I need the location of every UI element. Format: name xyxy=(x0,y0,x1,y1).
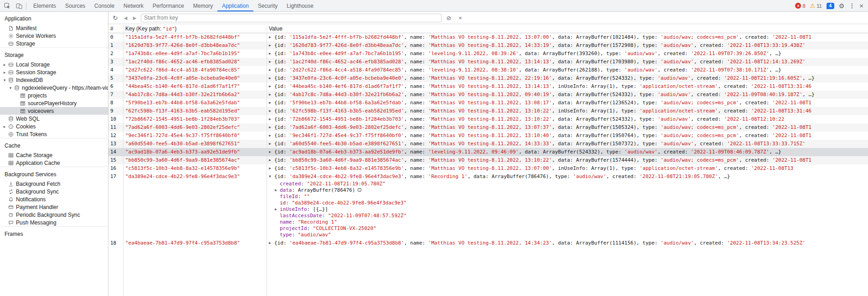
object-property-name[interactable]: name: "Recording 1" xyxy=(275,219,866,225)
table-row-10[interactable]: 10"72b86672-1545-4951-be8b-1f284eb3b703"… xyxy=(108,115,868,123)
chevron-right-icon[interactable]: ▸ xyxy=(2,62,7,67)
table-row-17[interactable]: 17"da389e24-cdce-4b22-9fe8-96e4f3dac9e3"… xyxy=(108,173,868,239)
table-row-5[interactable]: 5"3437e0fa-23c6-4c0f-a05e-bcbeba9e40e0"▶… xyxy=(108,74,868,82)
expand-triangle-icon[interactable]: ▶ xyxy=(269,123,274,132)
chevron-right-icon[interactable]: ▸ xyxy=(2,70,7,75)
table-row-13[interactable]: 13"a60d5540-fee5-4b30-b5ad-e3898f627651"… xyxy=(108,140,868,148)
chevron-right-icon[interactable]: ▸ xyxy=(2,124,7,129)
warning-badge[interactable]: ⚠ 11 xyxy=(810,3,822,9)
expand-triangle-icon[interactable]: ▶ xyxy=(269,140,274,148)
tab-console[interactable]: Console xyxy=(90,0,119,11)
sidebar-item-ngdexielievequery-https-team-vidieditor-vi[interactable]: ▾ngdexielieveQuery - https://team-vidied… xyxy=(0,84,108,92)
sidebar-item-cookies[interactable]: ▸Cookies xyxy=(0,122,108,130)
table-row-11[interactable]: 11"7ad62a6f-6003-4dd6-9e03-2802ef25defc"… xyxy=(108,123,868,132)
table-row-9[interactable]: 9"62fc598b-f13f-4163-b3b5-eab582d195ed"▶… xyxy=(108,107,868,115)
table-row-18[interactable]: 18"ea4baeae-7b81-47d9-97f4-c95a3753d8b8"… xyxy=(108,239,868,247)
sidebar-item-background-sync[interactable]: Background Sync xyxy=(0,188,108,195)
expand-triangle-icon[interactable]: ▶ xyxy=(269,50,274,58)
table-row-6[interactable]: 6"44bea45c-b140-4ef6-817d-d1ad6f7af1f7"▶… xyxy=(108,82,868,91)
settings-gear-icon[interactable]: ⚙ xyxy=(839,2,845,10)
issues-badge[interactable]: 4 xyxy=(827,3,834,9)
expand-triangle-icon[interactable]: ▶ xyxy=(269,82,274,91)
table-row-3[interactable]: 3"1ac2f40d-f86c-4652-ac46-efb8385ad028"▶… xyxy=(108,58,868,66)
device-toolbar-icon[interactable] xyxy=(13,0,25,11)
sidebar-item-background-fetch[interactable]: Background Fetch xyxy=(0,180,108,188)
table-row-0[interactable]: 0"115a1dfa-5e2f-4fff-bf7b-b2682fd448bf"▶… xyxy=(108,33,868,41)
expand-triangle-icon[interactable]: ▶ xyxy=(269,132,274,140)
tab-lighthouse[interactable]: Lighthouse xyxy=(282,0,318,11)
property-name: name xyxy=(410,149,422,155)
expand-triangle-icon[interactable]: ▶ xyxy=(269,91,274,99)
tab-sources[interactable]: Sources xyxy=(61,0,90,11)
sidebar-item-manifest[interactable]: Manifest xyxy=(0,24,108,32)
sidebar-item-application-cache[interactable]: Application Cache xyxy=(0,159,108,167)
tab-network[interactable]: Network xyxy=(119,0,148,11)
tab-performance[interactable]: Performance xyxy=(148,0,189,11)
inspect-element-icon[interactable] xyxy=(1,0,13,11)
delete-selected-icon[interactable]: × xyxy=(456,15,464,21)
clear-object-store-icon[interactable]: ⊘ xyxy=(445,15,453,21)
expand-triangle-icon[interactable]: ▶ xyxy=(269,33,274,41)
tab-application[interactable]: Application xyxy=(217,0,253,11)
object-property-inuseinfo[interactable]: ▶inUseInfo: [{…}] xyxy=(275,206,866,213)
collapse-triangle-icon[interactable]: ▼ xyxy=(269,173,274,181)
table-row-16[interactable]: 16"c5813f5c-10b3-4eb8-8a32-e14578356e9b"… xyxy=(108,164,868,173)
object-property-data[interactable]: ▶data: ArrayBuffer(786476) xyxy=(275,187,866,194)
sidebar-item-session-storage[interactable]: ▸Session Storage xyxy=(0,68,108,76)
table-row-8[interactable]: 8"5f90be13-eb7b-44b8-bf58-6a3a62e5fdab"▶… xyxy=(108,99,868,107)
sidebar-item-service-workers[interactable]: Service Workers xyxy=(0,32,108,40)
expand-triangle-icon[interactable]: ▶ xyxy=(269,74,274,82)
sidebar-item-payment-handler[interactable]: Payment Handler xyxy=(0,203,108,211)
tab-security[interactable]: Security xyxy=(253,0,282,11)
expand-triangle-icon[interactable]: ▶ xyxy=(269,99,274,107)
expand-triangle-icon[interactable]: ▶ xyxy=(269,239,274,247)
object-property-type[interactable]: type: "audio/wav" xyxy=(275,232,866,238)
object-property-projectid[interactable]: projectId: "COLLECTION-VX-25020" xyxy=(275,225,866,232)
expand-triangle-icon[interactable]: ▶ xyxy=(269,148,274,156)
sidebar-item-notifications[interactable]: Notifications xyxy=(0,195,108,203)
sidebar-item-storage[interactable]: Storage xyxy=(0,40,108,47)
sidebar-item-trust-tokens[interactable]: Trust Tokens xyxy=(0,130,108,138)
table-row-1[interactable]: 1"1620d783-9f77-426d-8e0f-d3bb48eaa7dc"▶… xyxy=(108,41,868,50)
prev-page-icon[interactable]: ◀ xyxy=(123,15,128,20)
sidebar-item-local-storage[interactable]: ▸Local Storage xyxy=(0,61,108,68)
table-row-12[interactable]: 12"9ec346f1-727d-45e4-9c37-f75ff8640bf0"… xyxy=(108,132,868,140)
table-row-7[interactable]: 7"4ab17c8c-7d8a-44d3-b30f-32e21fb6b6a2"▶… xyxy=(108,91,868,99)
table-row-15[interactable]: 15"bb850c99-3a60-4d6f-9aa9-881e385674ac"… xyxy=(108,156,868,164)
next-page-icon[interactable]: ▶ xyxy=(132,15,138,20)
expand-triangle-icon[interactable]: ▶ xyxy=(275,187,280,194)
close-devtools-icon[interactable]: × xyxy=(859,2,863,10)
expand-triangle-icon[interactable]: ▶ xyxy=(269,58,274,66)
tab-elements[interactable]: Elements xyxy=(29,0,61,11)
memory-inspector-icon[interactable] xyxy=(357,188,362,192)
object-property-id[interactable]: id: "da389e24-cdce-4b22-9fe8-96e4f3dac9e… xyxy=(275,200,866,206)
refresh-icon[interactable]: ↻ xyxy=(111,15,119,21)
expand-triangle-icon[interactable]: ▶ xyxy=(275,206,280,213)
more-menu-icon[interactable]: ⋮ xyxy=(849,2,855,9)
expand-triangle-icon[interactable]: ▶ xyxy=(269,41,274,50)
sidebar-item-sourceplayerhistory[interactable]: sourcePlayerHistory xyxy=(0,99,108,107)
table-row-14[interactable]: 14"ac9ad18b-07a6-4eb3-b373-aa92e51de9fb"… xyxy=(108,148,868,156)
sidebar-item-cache-storage[interactable]: Cache Storage xyxy=(0,151,108,159)
sidebar-item-push-messaging[interactable]: Push Messaging xyxy=(0,219,108,226)
sidebar-item-projects[interactable]: projects xyxy=(0,92,108,99)
expand-triangle-icon[interactable]: ▶ xyxy=(269,66,274,74)
object-property-created[interactable]: created: "2022-11-08T21:19:05.780Z" xyxy=(275,181,866,187)
expand-triangle-icon[interactable]: ▶ xyxy=(269,107,274,115)
table-row-2[interactable]: 2"1a743b8c-e0ee-4d9f-a7af-7bc7a6b1b195"▶… xyxy=(108,50,868,58)
table-row-4[interactable]: 4"2d27c622-f86d-4cc4-a518-4fa90784ec85"▶… xyxy=(108,66,868,74)
chevron-down-icon[interactable]: ▾ xyxy=(2,78,7,82)
error-badge[interactable]: × 8 xyxy=(795,3,805,9)
tab-memory[interactable]: Memory xyxy=(189,0,217,11)
expand-triangle-icon[interactable]: ▶ xyxy=(269,115,274,123)
object-property-fileid[interactable]: fileId: "" xyxy=(275,194,866,200)
object-property-lastaccessdate[interactable]: lastAccessDate: "2022-11-09T07:48:57.592… xyxy=(275,213,866,219)
sidebar-item-indexeddb[interactable]: ▾IndexedDB xyxy=(0,76,108,84)
sidebar-item-voiceovers[interactable]: voiceovers xyxy=(0,107,108,115)
start-from-key-input[interactable] xyxy=(141,14,442,22)
sidebar-item-periodic-background-sync[interactable]: Periodic Background Sync xyxy=(0,211,108,219)
expand-triangle-icon[interactable]: ▶ xyxy=(269,164,274,173)
sidebar-item-web-sql[interactable]: Web SQL xyxy=(0,115,108,122)
chevron-down-icon[interactable]: ▾ xyxy=(8,86,13,90)
expand-triangle-icon[interactable]: ▶ xyxy=(269,156,274,164)
